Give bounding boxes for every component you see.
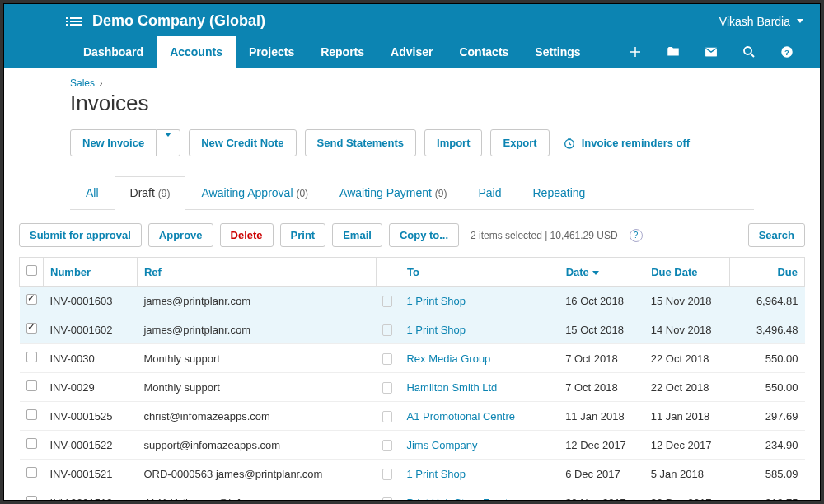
- col-to[interactable]: To: [400, 258, 559, 287]
- table-row[interactable]: INV-0001525christ@infomazeapps.comA1 Pro…: [20, 402, 805, 431]
- cell-ref: support@infomazeapps.com: [137, 431, 376, 460]
- table-row[interactable]: INV-0030Monthly supportRex Media Group7 …: [20, 344, 805, 373]
- tab-draft[interactable]: Draft (9): [115, 176, 186, 210]
- nav-dashboard[interactable]: Dashboard: [70, 36, 157, 68]
- table-row[interactable]: INV-0001521ORD-0000563 james@printplanr.…: [20, 460, 805, 488]
- row-checkbox[interactable]: [26, 380, 37, 391]
- cell-due-date: 22 Oct 2018: [644, 344, 730, 373]
- send-statements-button[interactable]: Send Statements: [305, 129, 416, 156]
- row-checkbox[interactable]: [26, 409, 37, 420]
- user-menu[interactable]: Vikash Bardia: [719, 15, 803, 28]
- tab-awaiting-approval[interactable]: Awaiting Approval (0): [185, 176, 324, 209]
- table-row[interactable]: INV-0029Monthly supportHamilton Smith Lt…: [20, 373, 805, 402]
- invoice-table: Number Ref To Date Due Date Due INV-0001…: [19, 257, 805, 501]
- table-row[interactable]: INV-0001602james@printplanr.com1 Print S…: [20, 315, 805, 344]
- export-button[interactable]: Export: [490, 129, 549, 156]
- cell-ref: james@printplanr.com: [137, 287, 376, 315]
- cell-due: 297.69: [729, 402, 804, 431]
- file-icon: [382, 324, 392, 336]
- cell-attachment[interactable]: [376, 373, 400, 402]
- row-checkbox[interactable]: [26, 496, 37, 501]
- contact-link[interactable]: Rex Media Group: [406, 352, 490, 365]
- mail-icon[interactable]: [703, 44, 719, 60]
- cell-to: 1 Print Shop: [400, 460, 559, 488]
- chevron-down-icon: [797, 19, 803, 23]
- folder-icon[interactable]: [665, 44, 681, 60]
- file-icon: [382, 411, 392, 422]
- cell-attachment[interactable]: [376, 431, 400, 460]
- cell-date: 15 Oct 2018: [559, 315, 644, 344]
- nav-projects[interactable]: Projects: [236, 36, 307, 68]
- col-attachment[interactable]: [376, 258, 400, 287]
- search-button[interactable]: Search: [748, 223, 805, 247]
- cell-number: INV-0001525: [44, 402, 138, 431]
- contact-link[interactable]: 1 Print Shop: [406, 324, 466, 336]
- print-button[interactable]: Print: [280, 223, 326, 247]
- col-ref[interactable]: Ref: [137, 258, 376, 287]
- nav-accounts[interactable]: Accounts: [157, 36, 236, 68]
- nav-reports[interactable]: Reports: [307, 36, 377, 68]
- cell-attachment[interactable]: [376, 315, 400, 344]
- cell-date: 7 Oct 2018: [559, 373, 644, 402]
- new-invoice-dropdown[interactable]: [157, 129, 180, 156]
- copy-to-button[interactable]: Copy to...: [389, 223, 459, 247]
- tab-awaiting-payment[interactable]: Awaiting Payment (9): [324, 176, 462, 209]
- plus-icon[interactable]: [627, 44, 644, 60]
- col-due[interactable]: Due: [729, 258, 804, 287]
- invoice-reminders-toggle[interactable]: Invoice reminders off: [563, 137, 690, 150]
- breadcrumb-parent[interactable]: Sales: [70, 77, 95, 89]
- cell-attachment[interactable]: [376, 402, 400, 431]
- contact-link[interactable]: Jims Company: [406, 439, 477, 451]
- table-row[interactable]: INV-0001522support@infomazeapps.comJims …: [20, 431, 805, 460]
- tab-paid[interactable]: Paid: [462, 176, 517, 209]
- nav-contacts[interactable]: Contacts: [446, 36, 522, 68]
- cell-date: 6 Dec 2017: [559, 460, 644, 488]
- cell-to: 1 Print Shop: [400, 315, 559, 344]
- cell-date: 12 Dec 2017: [559, 431, 644, 460]
- file-icon: [382, 296, 392, 307]
- cell-due-date: 5 Jan 2018: [644, 460, 730, 488]
- delete-button[interactable]: Delete: [220, 223, 274, 247]
- contact-link[interactable]: Hamilton Smith Ltd: [406, 381, 497, 394]
- reminder-label: Invoice reminders off: [582, 137, 690, 149]
- contact-link[interactable]: A1 Promotional Centre: [406, 410, 515, 422]
- row-checkbox[interactable]: [26, 438, 37, 449]
- col-number[interactable]: Number: [44, 258, 138, 287]
- submit-approval-button[interactable]: Submit for approval: [19, 223, 142, 247]
- tab-repeating[interactable]: Repeating: [517, 176, 601, 209]
- cell-due-date: 12 Dec 2017: [644, 431, 730, 460]
- row-checkbox[interactable]: [26, 352, 37, 362]
- table-row[interactable]: INV-0001603james@printplanr.com1 Print S…: [20, 287, 805, 315]
- col-due-date[interactable]: Due Date: [644, 258, 730, 287]
- tab-all[interactable]: All: [70, 176, 115, 209]
- col-date[interactable]: Date: [559, 258, 644, 287]
- cell-attachment[interactable]: [376, 488, 400, 502]
- import-button[interactable]: Import: [424, 129, 482, 156]
- row-checkbox[interactable]: [26, 294, 37, 305]
- cell-attachment[interactable]: [376, 460, 400, 488]
- content-area: Sales › Invoices New Invoice New Credit …: [4, 68, 820, 210]
- cell-due: 234.90: [729, 431, 804, 460]
- help-icon[interactable]: ?: [779, 44, 795, 60]
- new-invoice-button[interactable]: New Invoice: [70, 129, 157, 156]
- contact-link[interactable]: 1 Print Shop: [406, 295, 466, 307]
- row-checkbox[interactable]: [26, 323, 37, 334]
- new-credit-note-button[interactable]: New Credit Note: [189, 129, 296, 156]
- cell-attachment[interactable]: [376, 287, 400, 315]
- org-list-icon[interactable]: [70, 16, 82, 27]
- cell-ref: Monthly support: [137, 344, 376, 373]
- table-row[interactable]: INV-0001519414141 thomas@infomazeapps.co…: [20, 488, 805, 502]
- col-select-all[interactable]: [20, 258, 44, 287]
- cell-to: Rex Media Group: [400, 344, 559, 373]
- contact-link[interactable]: 1 Print Shop: [406, 468, 466, 480]
- email-button[interactable]: Email: [332, 223, 382, 247]
- row-checkbox[interactable]: [26, 467, 37, 478]
- contact-link[interactable]: Print Hub Store Front: [406, 497, 508, 502]
- company-name[interactable]: Demo Company (Global): [92, 12, 265, 30]
- nav-settings[interactable]: Settings: [522, 36, 593, 68]
- help-tooltip-icon[interactable]: ?: [630, 229, 643, 242]
- search-icon[interactable]: [741, 44, 757, 60]
- cell-attachment[interactable]: [376, 344, 400, 373]
- approve-button[interactable]: Approve: [148, 223, 213, 247]
- nav-adviser[interactable]: Adviser: [377, 36, 446, 68]
